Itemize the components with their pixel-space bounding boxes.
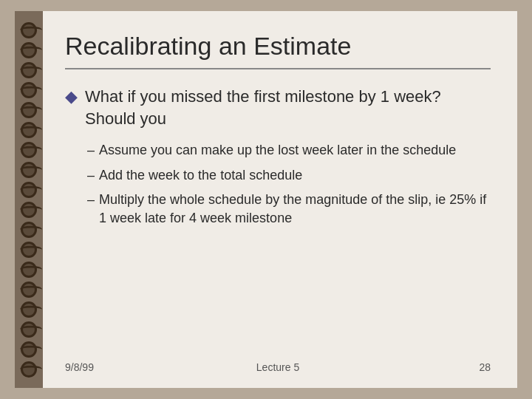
main-bullet-text: What if you missed the first milestone b… bbox=[85, 86, 491, 129]
spiral-ring bbox=[21, 361, 37, 378]
sub-bullet-text-2: Add the week to the total schedule bbox=[99, 166, 302, 185]
dash-icon-1: – bbox=[87, 141, 95, 160]
spiral-ring bbox=[21, 62, 37, 78]
sub-bullet-1: – Assume you can make up the lost week l… bbox=[87, 141, 491, 160]
sub-bullet-text-3: Multiply the whole schedule by the magni… bbox=[99, 191, 491, 228]
spiral-ring bbox=[21, 102, 37, 118]
spiral-ring bbox=[21, 301, 37, 318]
spiral-ring bbox=[21, 321, 37, 338]
spiral-ring bbox=[21, 82, 37, 98]
spiral-ring bbox=[21, 202, 37, 218]
spiral-ring bbox=[21, 122, 37, 138]
spiral-ring bbox=[21, 182, 37, 198]
slide-container: Recalibrating an Estimate ◆ What if you … bbox=[15, 11, 517, 388]
sub-bullet-text-1: Assume you can make up the lost week lat… bbox=[99, 141, 456, 160]
footer-page: 28 bbox=[349, 361, 491, 373]
spiral-binding bbox=[15, 11, 43, 388]
title-divider bbox=[65, 68, 491, 69]
spiral-ring bbox=[21, 262, 37, 278]
slide-footer: 9/8/99 Lecture 5 28 bbox=[65, 352, 491, 373]
sub-bullets: – Assume you can make up the lost week l… bbox=[87, 141, 491, 228]
footer-date: 9/8/99 bbox=[65, 361, 207, 373]
spiral-ring bbox=[21, 242, 37, 258]
dash-icon-3: – bbox=[87, 191, 95, 209]
spiral-ring bbox=[21, 282, 37, 298]
slide-content: Recalibrating an Estimate ◆ What if you … bbox=[43, 11, 517, 388]
footer-lecture: Lecture 5 bbox=[207, 361, 349, 373]
spiral-ring bbox=[21, 222, 37, 238]
dash-icon-2: – bbox=[87, 166, 95, 185]
main-bullet: ◆ What if you missed the first milestone… bbox=[65, 86, 491, 129]
spiral-ring bbox=[21, 22, 37, 38]
spiral-ring bbox=[21, 142, 37, 158]
slide-title: Recalibrating an Estimate bbox=[65, 32, 491, 61]
sub-bullet-3: – Multiply the whole schedule by the mag… bbox=[87, 191, 491, 228]
bullet-diamond-icon: ◆ bbox=[65, 87, 78, 106]
sub-bullet-2: – Add the week to the total schedule bbox=[87, 166, 491, 185]
spiral-ring bbox=[21, 42, 37, 58]
spiral-ring bbox=[21, 341, 37, 358]
spiral-ring bbox=[21, 162, 37, 178]
